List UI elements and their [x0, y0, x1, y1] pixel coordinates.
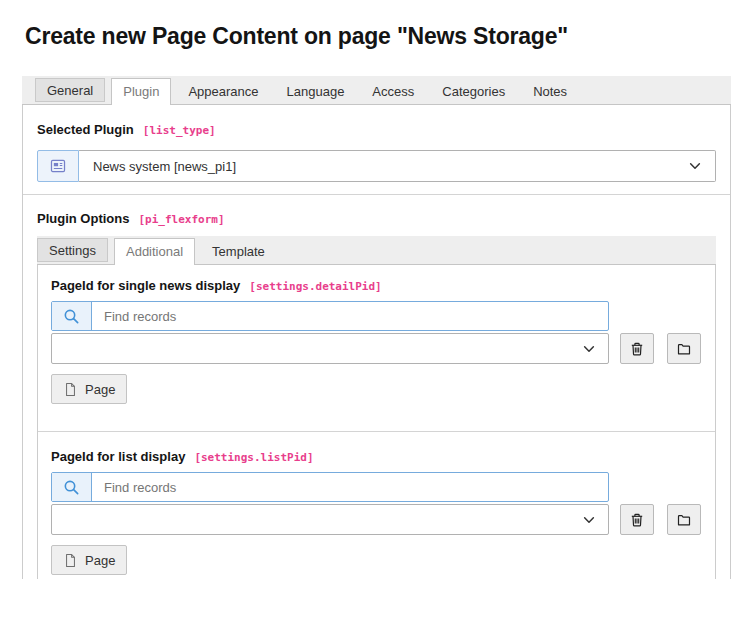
- selected-plugin-section: Selected Plugin [list_type] News system …: [37, 105, 716, 182]
- main-tab-notes[interactable]: Notes: [522, 78, 578, 104]
- plugin-options-field-code: [pi_flexform]: [138, 213, 224, 226]
- remove-selected-button[interactable]: [620, 333, 654, 364]
- list-pid-records-select[interactable]: [51, 504, 609, 535]
- browse-records-button[interactable]: [667, 504, 701, 535]
- chevron-down-icon: [688, 159, 702, 173]
- folder-icon: [676, 512, 692, 528]
- list-pid-page-button[interactable]: Page: [51, 545, 127, 575]
- main-tab-language[interactable]: Language: [276, 78, 356, 104]
- selected-plugin-field-code: [list_type]: [143, 124, 216, 137]
- remove-selected-button[interactable]: [620, 504, 654, 535]
- main-tab-appearance[interactable]: Appearance: [177, 78, 269, 104]
- list-pid-label: PageId for list display: [51, 449, 185, 464]
- detail-pid-field: PageId for single news display [settings…: [51, 265, 702, 404]
- list-pid-search-group: [51, 472, 609, 502]
- main-tab-access[interactable]: Access: [361, 78, 425, 104]
- main-tab-plugin[interactable]: Plugin: [111, 78, 171, 105]
- search-icon: [52, 473, 92, 501]
- detail-pid-label: PageId for single news display: [51, 278, 240, 293]
- list-pid-field: PageId for list display [settings.listPi…: [51, 432, 702, 575]
- page-button-label: Page: [85, 382, 115, 397]
- plugin-options-section: Plugin Options [pi_flexform] Settings Ad…: [37, 195, 716, 579]
- flexform-tab-settings[interactable]: Settings: [37, 238, 108, 262]
- folder-icon: [676, 341, 692, 357]
- record-form-panel: General Plugin Appearance Language Acces…: [22, 76, 731, 579]
- detail-pid-search-group: [51, 301, 609, 331]
- main-tab-categories[interactable]: Categories: [431, 78, 516, 104]
- trash-icon: [629, 341, 645, 357]
- flexform-tabbar: Settings Additional Template: [37, 236, 716, 265]
- trash-icon: [629, 512, 645, 528]
- plugin-tab-content: Selected Plugin [list_type] News system …: [22, 105, 731, 579]
- page-button-label: Page: [85, 553, 115, 568]
- page-title: Create new Page Content on page "News St…: [25, 23, 753, 50]
- selected-plugin-value: News system [news_pi1]: [93, 159, 688, 174]
- chevron-down-icon: [582, 513, 596, 527]
- detail-pid-field-code: [settings.detailPid]: [249, 280, 381, 293]
- list-pid-search-input[interactable]: [92, 473, 608, 501]
- page-icon: [63, 553, 78, 568]
- search-icon: [52, 302, 92, 330]
- detail-pid-page-button[interactable]: Page: [51, 374, 127, 404]
- detail-pid-records-select[interactable]: [51, 333, 609, 364]
- flexform-tab-template[interactable]: Template: [201, 238, 276, 264]
- main-tabbar: General Plugin Appearance Language Acces…: [22, 76, 731, 105]
- detail-pid-search-input[interactable]: [92, 302, 608, 330]
- selected-plugin-select-group: News system [news_pi1]: [37, 150, 716, 182]
- browse-records-button[interactable]: [667, 333, 701, 364]
- newspaper-plugin-icon: [37, 150, 79, 182]
- main-tab-general[interactable]: General: [35, 78, 105, 102]
- plugin-options-label: Plugin Options: [37, 211, 129, 226]
- additional-tab-content: PageId for single news display [settings…: [37, 265, 716, 579]
- flexform-tab-additional[interactable]: Additional: [114, 238, 195, 265]
- page-icon: [63, 382, 78, 397]
- selected-plugin-label: Selected Plugin: [37, 122, 134, 137]
- selected-plugin-select[interactable]: News system [news_pi1]: [79, 150, 716, 182]
- list-pid-field-code: [settings.listPid]: [194, 451, 313, 464]
- chevron-down-icon: [582, 342, 596, 356]
